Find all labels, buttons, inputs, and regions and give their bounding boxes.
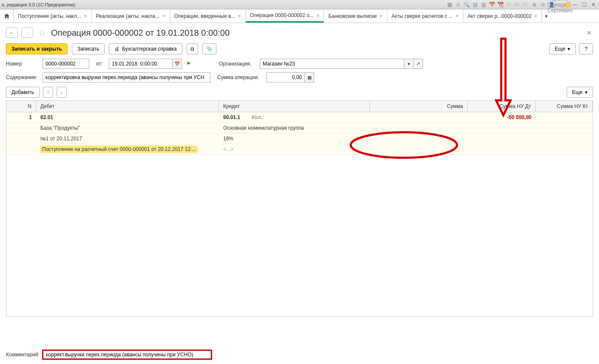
forward-button[interactable]: →	[21, 28, 33, 38]
grid-header: N Дебет Кредит Сумма Сумма НУ Дт Сумма Н…	[6, 101, 593, 112]
org-input-group: ▾ ↗	[260, 59, 423, 69]
calendar-icon[interactable]: 📅	[488, 1, 495, 8]
printer-icon	[114, 46, 119, 52]
window-controls: — ☐ ✕	[571, 1, 597, 8]
add-button[interactable]: Добавить	[6, 87, 40, 98]
content-field[interactable]	[43, 72, 210, 82]
date-icon[interactable]: 📆	[497, 1, 504, 8]
table-row[interactable]: База "Продукты" Основная номенклатурная …	[6, 123, 593, 134]
page-title: Операция 0000-000002 от 19.01.2018 0:00:…	[51, 28, 230, 38]
date-input-group: 📅	[109, 59, 182, 69]
number-label: Номер:	[6, 61, 40, 67]
print-icon[interactable]: ⎙	[454, 1, 461, 8]
number-field[interactable]	[43, 59, 89, 69]
grid-body: 1 62.01 90.01.1 Кол.: -50 000,00 База "П…	[6, 112, 593, 155]
table-more-button[interactable]: Еще ▾	[567, 87, 593, 98]
tabbar: Поступление (акты, накл...× Реализация (…	[0, 9, 599, 23]
date-field[interactable]	[109, 59, 173, 69]
calendar-icon[interactable]: 📅	[173, 59, 182, 69]
user-name[interactable]: Абрамов Геннадий Сергеевич	[556, 1, 563, 8]
close-icon[interactable]: ×	[316, 12, 320, 19]
m-icon[interactable]: M	[505, 1, 512, 8]
tab-operaciya-current[interactable]: Операция 0000-000002 о...×	[246, 9, 324, 23]
tab-realizaciya[interactable]: Реализация (акты, накла...×	[92, 9, 170, 23]
tab-overflow-icon[interactable]: ▾	[542, 9, 551, 23]
m-minus-icon[interactable]: M-	[522, 1, 529, 8]
open-ref-icon[interactable]: ↗	[414, 59, 423, 69]
zoom-in-icon[interactable]: ⊕	[531, 1, 538, 8]
grid-empty-area[interactable]	[6, 155, 593, 316]
entries-grid: N Дебет Кредит Сумма Сумма НУ Дт Сумма Н…	[6, 100, 593, 317]
home-icon	[4, 13, 10, 19]
more-button[interactable]: Еще ▾	[549, 43, 576, 54]
tab-bank[interactable]: Банковские выписки×	[324, 9, 387, 23]
opsum-field[interactable]	[267, 72, 305, 82]
move-up-button[interactable]: ↑	[43, 87, 53, 98]
save-button[interactable]: Записать	[72, 43, 105, 54]
flag-icon[interactable]: ⚑	[186, 61, 191, 67]
col-sumkt-header[interactable]: Сумма НУ Кт	[536, 101, 593, 112]
close-icon[interactable]: ×	[379, 13, 383, 19]
calc-icon[interactable]: ▤	[471, 1, 478, 8]
tab-operacii[interactable]: Операции, введенные в...×	[170, 9, 246, 23]
comment-row: Комментарий:	[6, 350, 593, 360]
zoom-out-icon[interactable]: ⊖	[539, 1, 546, 8]
favorite-icon[interactable]: ☆	[37, 27, 48, 38]
titlebar-icons: ▦ ⎙ 🔍 ▤ ▥ 📅 📆 M M+ M- ⊕ ⊖ 👤 Абрамов Генн…	[446, 1, 571, 8]
table-row[interactable]: Поступление на расчетный счет 0000-00000…	[6, 144, 593, 155]
opsum-label: Сумма операции:	[217, 74, 264, 80]
tab-postuplenie[interactable]: Поступление (акты, накл...×	[14, 9, 92, 23]
back-button[interactable]: ←	[6, 28, 18, 38]
table-toolbar: Добавить ↑ ↓ Еще ▾	[6, 87, 593, 98]
close-icon[interactable]: ×	[84, 13, 87, 19]
sum-input-group: ▦	[267, 72, 314, 82]
content-row: Содержание: Сумма операции: ▦	[6, 72, 593, 82]
col-n-header[interactable]: N	[6, 101, 36, 112]
col-sum-header[interactable]: Сумма	[370, 101, 468, 112]
close-icon[interactable]: ×	[238, 13, 241, 19]
comment-field[interactable]	[42, 350, 212, 360]
minimize-icon[interactable]: —	[571, 1, 579, 8]
number-row: Номер: от: 📅 ⚑ Организация: ▾ ↗	[6, 59, 593, 69]
from-label: от:	[96, 61, 106, 67]
calculator-icon[interactable]: ▦	[305, 72, 314, 82]
close-icon[interactable]: ×	[162, 13, 165, 19]
close-page-icon[interactable]: ×	[585, 28, 593, 37]
close-icon[interactable]: ×	[534, 13, 537, 19]
content-label: Содержание:	[6, 74, 40, 80]
save-close-button[interactable]: Записать и закрыть	[6, 43, 68, 54]
close-icon[interactable]: ×	[455, 13, 459, 19]
accounting-ref-button[interactable]: Бухгалтерская справка	[109, 43, 182, 54]
org-label: Организация:	[219, 61, 257, 67]
dropdown-icon[interactable]: ▾	[404, 59, 414, 69]
table-row[interactable]: №1 от 20.11.2017 18%	[6, 134, 593, 144]
home-tab[interactable]	[0, 9, 14, 23]
attach-button[interactable]: 📎	[202, 43, 216, 54]
save-icon[interactable]: ▦	[446, 1, 453, 8]
table-row[interactable]: 1 62.01 90.01.1 Кол.: -50 000,00	[6, 112, 593, 123]
tab-akty[interactable]: Акты сверки расчетов с ...×	[387, 9, 463, 23]
col-credit-header[interactable]: Кредит	[219, 101, 370, 112]
org-field[interactable]	[260, 59, 404, 69]
page-header: ← → ☆ Операция 0000-000002 от 19.01.2018…	[6, 27, 593, 38]
col-sumdt-header[interactable]: Сумма НУ Дт	[468, 101, 536, 112]
m-plus-icon[interactable]: M+	[514, 1, 521, 8]
maximize-icon[interactable]: ☐	[580, 1, 588, 8]
titlebar: я, редакция 3.0 (1С:Предприятие) ▦ ⎙ 🔍 ▤…	[0, 0, 599, 9]
main-toolbar: Записать и закрыть Записать Бухгалтерска…	[6, 43, 593, 54]
comment-label: Комментарий:	[6, 352, 40, 358]
app-title: я, редакция 3.0 (1С:Предприятие)	[2, 2, 75, 7]
info-icon[interactable]: i	[565, 2, 571, 8]
search-icon[interactable]: 🔍	[463, 1, 470, 8]
col-debit-header[interactable]: Дебет	[36, 101, 219, 112]
tree-button[interactable]: ⧉	[187, 43, 198, 54]
move-down-button[interactable]: ↓	[57, 87, 67, 98]
tab-akt-sverki[interactable]: Акт сверки р...0000-000002×	[463, 9, 542, 23]
help-button[interactable]: ?	[579, 43, 593, 54]
close-icon[interactable]: ✕	[590, 1, 597, 8]
report-icon[interactable]: ▥	[480, 1, 487, 8]
